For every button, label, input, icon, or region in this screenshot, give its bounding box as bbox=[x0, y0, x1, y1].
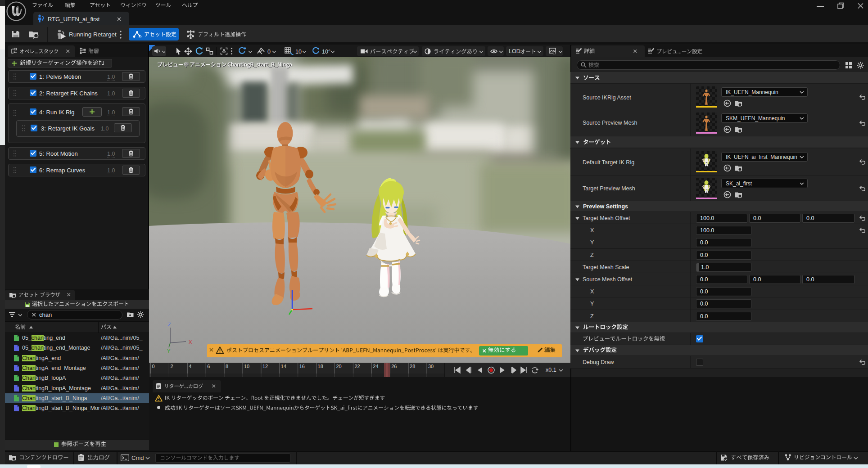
svg-text:8: 8 bbox=[226, 364, 228, 369]
svg-text:16: 16 bbox=[299, 364, 305, 369]
svg-text:Y: Y bbox=[167, 348, 171, 354]
svg-text:18: 18 bbox=[318, 364, 323, 369]
svg-text:X: X bbox=[189, 339, 192, 345]
svg-text:22: 22 bbox=[354, 364, 360, 369]
svg-text:4: 4 bbox=[189, 364, 191, 369]
svg-text:12: 12 bbox=[262, 364, 268, 369]
svg-text:20: 20 bbox=[336, 364, 342, 369]
svg-text:24: 24 bbox=[373, 364, 378, 369]
svg-text:30: 30 bbox=[428, 364, 434, 369]
svg-text:14: 14 bbox=[281, 364, 286, 369]
svg-text:26: 26 bbox=[391, 364, 397, 369]
svg-text:28: 28 bbox=[410, 364, 415, 369]
svg-text:0: 0 bbox=[152, 364, 155, 369]
svg-text:Z: Z bbox=[168, 322, 171, 327]
svg-text:10: 10 bbox=[244, 364, 249, 369]
svg-text:6: 6 bbox=[207, 364, 210, 369]
svg-text:2: 2 bbox=[170, 364, 173, 369]
